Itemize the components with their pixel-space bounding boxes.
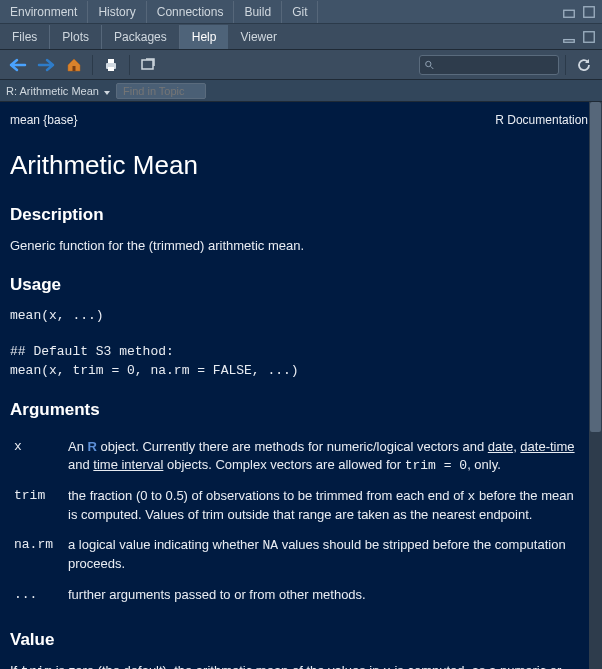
value-text: If trim is zero (the default), the arith… bbox=[10, 662, 588, 669]
new-window-button[interactable] bbox=[136, 54, 160, 76]
minimize-pane-icon[interactable] bbox=[562, 5, 576, 19]
arg-name: na.rm bbox=[10, 530, 64, 579]
svg-rect-7 bbox=[108, 67, 114, 71]
forward-button[interactable] bbox=[34, 54, 58, 76]
back-button[interactable] bbox=[6, 54, 30, 76]
tab-packages[interactable]: Packages bbox=[102, 25, 180, 49]
heading-value: Value bbox=[10, 628, 588, 652]
help-package-label: mean {base} bbox=[10, 112, 77, 129]
description-text: Generic function for the (trimmed) arith… bbox=[10, 237, 588, 255]
svg-rect-3 bbox=[584, 31, 595, 42]
vertical-scrollbar[interactable] bbox=[589, 102, 602, 669]
arg-desc: An R object. Currently there are methods… bbox=[64, 432, 588, 481]
svg-rect-0 bbox=[564, 10, 575, 17]
help-search-box[interactable] bbox=[419, 55, 559, 75]
help-search-input[interactable] bbox=[439, 59, 554, 71]
link-date-time[interactable]: date-time bbox=[520, 439, 574, 454]
link-time-interval[interactable]: time interval bbox=[93, 457, 163, 472]
heading-description: Description bbox=[10, 203, 588, 227]
tab-git[interactable]: Git bbox=[282, 1, 318, 23]
link-date[interactable]: date bbox=[488, 439, 513, 454]
search-icon bbox=[424, 59, 435, 71]
svg-rect-1 bbox=[584, 6, 595, 17]
arg-name: x bbox=[10, 432, 64, 481]
tab-files[interactable]: Files bbox=[0, 25, 50, 49]
pane-tabs: Environment History Connections Build Gi… bbox=[0, 0, 602, 24]
svg-line-10 bbox=[431, 66, 434, 69]
help-topic-dropdown[interactable]: R: Arithmetic Mean bbox=[6, 85, 110, 97]
arg-desc: a logical value indicating whether NA va… bbox=[64, 530, 588, 579]
arg-desc: further arguments passed to or from othe… bbox=[64, 580, 588, 610]
maximize-pane-icon[interactable] bbox=[582, 5, 596, 19]
table-row: na.rm a logical value indicating whether… bbox=[10, 530, 588, 579]
arg-desc: the fraction (0 to 0.5) of observations … bbox=[64, 481, 588, 530]
maximize-subpane-icon[interactable] bbox=[582, 30, 596, 44]
help-topic-bar: R: Arithmetic Mean bbox=[0, 80, 602, 102]
arg-name: trim bbox=[10, 481, 64, 530]
page-title: Arithmetic Mean bbox=[10, 147, 588, 183]
tab-connections[interactable]: Connections bbox=[147, 1, 235, 23]
help-toolbar bbox=[0, 50, 602, 80]
arguments-table: x An R object. Currently there are metho… bbox=[10, 432, 588, 610]
arg-name: ... bbox=[10, 580, 64, 610]
heading-arguments: Arguments bbox=[10, 398, 588, 422]
minimize-subpane-icon[interactable] bbox=[562, 30, 576, 44]
svg-rect-6 bbox=[108, 59, 114, 63]
scrollbar-thumb[interactable] bbox=[590, 102, 601, 432]
tab-viewer[interactable]: Viewer bbox=[228, 25, 288, 49]
help-topic-label: R: Arithmetic Mean bbox=[6, 85, 99, 97]
usage-code: mean(x, ...) ## Default S3 method: mean(… bbox=[10, 307, 588, 380]
help-doc-label: R Documentation bbox=[495, 112, 588, 129]
svg-rect-4 bbox=[73, 66, 76, 71]
tab-plots[interactable]: Plots bbox=[50, 25, 102, 49]
home-button[interactable] bbox=[62, 54, 86, 76]
refresh-button[interactable] bbox=[572, 54, 596, 76]
help-content-pane[interactable]: mean {base} R Documentation Arithmetic M… bbox=[0, 102, 602, 669]
table-row: x An R object. Currently there are metho… bbox=[10, 432, 588, 481]
tab-help[interactable]: Help bbox=[180, 25, 229, 49]
chevron-down-icon bbox=[104, 91, 110, 95]
tab-environment[interactable]: Environment bbox=[0, 1, 88, 23]
svg-rect-8 bbox=[142, 60, 153, 69]
help-pane-tabs: Files Plots Packages Help Viewer bbox=[0, 24, 602, 50]
r-logo-icon: R bbox=[88, 439, 97, 454]
svg-rect-2 bbox=[564, 39, 575, 42]
find-in-topic-input[interactable] bbox=[116, 83, 206, 99]
print-button[interactable] bbox=[99, 54, 123, 76]
table-row: ... further arguments passed to or from … bbox=[10, 580, 588, 610]
table-row: trim the fraction (0 to 0.5) of observat… bbox=[10, 481, 588, 530]
tab-build[interactable]: Build bbox=[234, 1, 282, 23]
heading-usage: Usage bbox=[10, 273, 588, 297]
svg-point-9 bbox=[426, 61, 431, 66]
tab-history[interactable]: History bbox=[88, 1, 146, 23]
